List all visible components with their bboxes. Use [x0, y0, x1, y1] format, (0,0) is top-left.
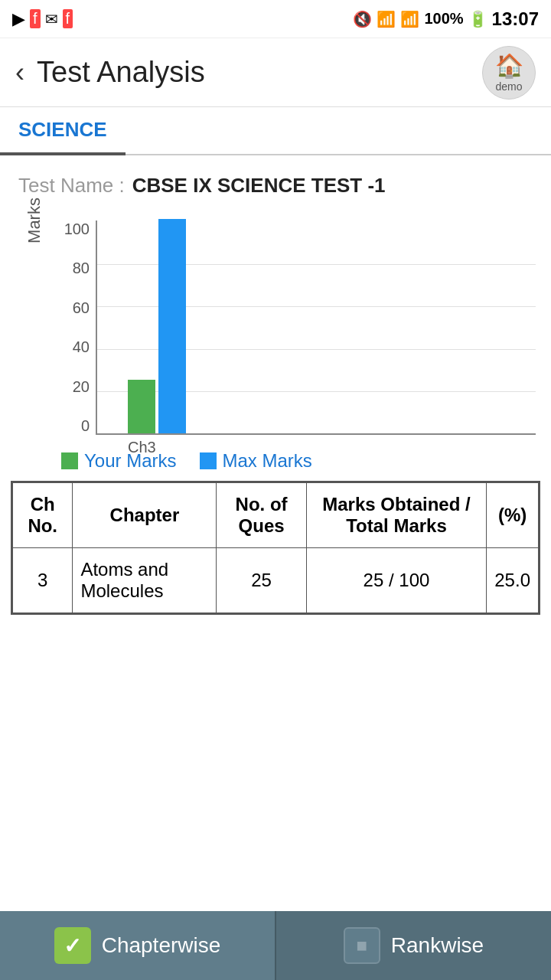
y-axis-title: Marks: [24, 198, 44, 243]
legend-max-marks-box: [200, 452, 217, 469]
y-label-0: 0: [81, 417, 90, 435]
cell-marks-obtained: 25 / 100: [306, 548, 487, 613]
app-header: ‹ Test Analysis 🏠 demo: [0, 38, 551, 107]
youtube-icon: ▶: [12, 9, 25, 29]
chapterwise-check-icon: ✓: [54, 927, 91, 964]
chart-container: Marks 100 80 60 40 20 0: [15, 220, 536, 466]
chart-legend: Your Marks Max Marks: [15, 443, 536, 479]
tab-science[interactable]: SCIENCE: [0, 107, 126, 155]
col-header-percentage: (%): [487, 483, 539, 548]
avatar-label: demo: [495, 80, 522, 93]
signal-icon: 📶: [400, 10, 419, 28]
legend-your-marks: Your Marks: [61, 450, 177, 472]
cell-ch-no: 3: [13, 548, 73, 613]
rankwise-label: Rankwise: [391, 933, 484, 958]
table-row: 3 Atoms and Molecules 25 25 / 100 25.0: [13, 548, 539, 613]
legend-your-marks-box: [61, 452, 78, 469]
wifi-icon: 📶: [377, 10, 396, 28]
bars-group-ch3: [128, 219, 186, 433]
chapterwise-button[interactable]: ✓ Chapterwise: [0, 911, 276, 980]
test-name-row: Test Name : CBSE IX SCIENCE TEST -1: [0, 155, 551, 198]
col-header-chapter: Chapter: [73, 483, 217, 548]
battery-label: 100%: [424, 10, 463, 28]
legend-max-marks-label: Max Marks: [223, 450, 312, 472]
rankwise-square-icon: ■: [344, 927, 380, 964]
status-right-icons: 🔇 📶 📶 100% 🔋 13:07: [353, 8, 539, 30]
cell-no-of-ques: 25: [217, 548, 306, 613]
bottom-bar: ✓ Chapterwise ■ Rankwise: [0, 911, 551, 980]
y-axis: 100 80 60 40 20 0: [54, 220, 96, 435]
col-header-no-of-ques: No. of Ques: [217, 483, 306, 548]
col-header-ch-no: Ch No.: [13, 483, 73, 548]
cell-percentage: 25.0: [487, 548, 539, 613]
avatar[interactable]: 🏠 demo: [482, 46, 536, 100]
x-label-ch3: Ch3: [128, 439, 156, 456]
tab-bar: SCIENCE: [0, 107, 551, 155]
page-title: Test Analysis: [37, 56, 205, 89]
chart-plot: Ch3: [96, 220, 536, 435]
mute-icon: 🔇: [353, 10, 372, 28]
y-label-80: 80: [73, 260, 90, 277]
back-button[interactable]: ‹: [15, 57, 24, 89]
legend-max-marks: Max Marks: [200, 450, 312, 472]
y-label-20: 20: [73, 378, 90, 396]
test-name-label: Test Name :: [18, 174, 125, 198]
y-label-100: 100: [64, 220, 90, 238]
chapterwise-label: Chapterwise: [102, 933, 221, 958]
y-label-40: 40: [73, 338, 90, 356]
status-left-icons: ▶ f ✉ f: [12, 9, 73, 29]
data-table: Ch No. Chapter No. of Ques Marks Obtaine…: [11, 481, 540, 615]
bar-max-marks-ch3: [158, 219, 186, 433]
battery-icon: 🔋: [468, 10, 487, 28]
bar-your-marks-ch3: [128, 380, 155, 433]
header-left: ‹ Test Analysis: [15, 56, 205, 89]
flipboard2-icon: f: [63, 9, 73, 28]
y-label-60: 60: [73, 299, 90, 317]
test-name-value: CBSE IX SCIENCE TEST -1: [132, 174, 386, 198]
gmail-icon: ✉: [45, 10, 58, 28]
time-display: 13:07: [492, 8, 539, 30]
col-header-marks-obtained: Marks Obtained / Total Marks: [306, 483, 487, 548]
avatar-house-icon: 🏠: [495, 52, 523, 79]
rankwise-button[interactable]: ■ Rankwise: [276, 911, 551, 980]
status-bar: ▶ f ✉ f 🔇 📶 📶 100% 🔋 13:07: [0, 0, 551, 38]
cell-chapter: Atoms and Molecules: [73, 548, 217, 613]
table-header-row: Ch No. Chapter No. of Ques Marks Obtaine…: [13, 483, 539, 548]
flipboard-icon: f: [30, 9, 41, 28]
